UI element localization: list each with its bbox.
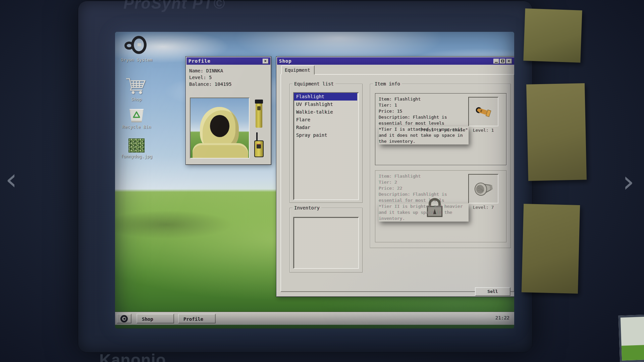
desktop-icon-label: Shop — [117, 97, 156, 102]
offer-description: Description: Flashlight is essential for… — [379, 191, 469, 203]
sell-button[interactable]: Sell — [475, 287, 511, 296]
profile-level: Level: 5 — [186, 74, 271, 81]
offer-item-icon-box — [468, 174, 498, 203]
oryon-start-icon — [120, 315, 128, 322]
equipped-flashlight-icon — [256, 101, 262, 128]
profile-close-button[interactable]: × — [263, 59, 268, 64]
offer-tier: Tier: 2 — [379, 179, 469, 185]
equipment-list-item[interactable]: Radar — [294, 124, 357, 131]
flashlight-tier2-icon — [472, 177, 495, 200]
sticky-note — [522, 204, 580, 294]
offer-price: Price: 22 — [379, 185, 469, 191]
avatar-shoulders — [193, 143, 248, 159]
offer-item: Item: Flashlight — [379, 173, 469, 179]
equipment-list-group: Equipment list Flashlight UV Flashlight … — [289, 84, 363, 203]
image-thumbnail-icon — [128, 138, 145, 153]
profile-window-title: Profile — [189, 58, 211, 64]
gallery-next-arrow[interactable]: › — [623, 172, 634, 192]
desktop-icon-funnydog[interactable]: funnydog.jpg — [117, 138, 156, 159]
taskbar: Shop Profile 21:22 — [115, 312, 514, 325]
shop-window: Shop × Equipment Equipment list Flashlig… — [276, 56, 514, 297]
shop-content-panel: Equipment list Flashlight UV Flashlight … — [280, 74, 514, 292]
offer-note: *Tier II is brighter and heavier and it … — [379, 203, 469, 222]
equipment-list-item[interactable]: UV Flashlight — [294, 101, 357, 108]
shop-close-button[interactable]: × — [506, 59, 512, 64]
offer-tier: Tier: 1 — [379, 102, 469, 108]
offer-level-requirement: Level: 1 — [468, 128, 498, 133]
equipped-walkie-talkie-icon — [254, 132, 264, 158]
desktop-icon-shop[interactable]: Shop — [117, 76, 156, 102]
tab-equipment[interactable]: Equipment — [281, 65, 315, 75]
start-button[interactable] — [117, 314, 131, 323]
equipment-list-item[interactable]: Flashlight — [294, 93, 357, 101]
desktop-icon-recycle-bin[interactable]: Recycle Bin — [117, 108, 156, 129]
page-title-kanonio: Kanonio — [99, 351, 166, 362]
profile-window: Profile × Name: DINNKA Level: 5 Balance:… — [185, 56, 271, 165]
offer-item: Item: Flashlight — [379, 96, 469, 102]
offer-tier2-panel: Item: Flashlight Tier: 2 Price: 22 Descr… — [375, 170, 506, 242]
sticky-note — [526, 83, 587, 181]
offer-price: Price: 15 — [379, 108, 469, 114]
desktop-icon-label: funnydog.jpg — [117, 154, 156, 159]
offer-description: Description: Flashlight is essential for… — [379, 114, 469, 126]
flashlight-tier1-icon — [472, 101, 494, 123]
monitor-brand-text: ProSynt PT© — [123, 0, 225, 12]
taskbar-clock: 21:22 — [476, 315, 509, 320]
equipment-list-label: Equipment list — [292, 81, 335, 86]
oryon-system-icon — [124, 36, 149, 56]
profile-name: Name: DINNKA — [186, 67, 271, 74]
offer-item-icon-box — [468, 97, 498, 126]
avatar-face — [210, 115, 229, 137]
inventory-listbox[interactable] — [293, 217, 359, 269]
inventory-group: Inventory — [289, 208, 363, 273]
inventory-label: Inventory — [292, 205, 321, 210]
taskbar-task-shop[interactable]: Shop — [137, 314, 174, 323]
desktop-icon-oryon-system[interactable]: Oryon System — [117, 36, 156, 62]
desktop-icon-label: Recycle Bin — [117, 124, 156, 129]
desktop-icon-label: Oryon System — [117, 57, 156, 62]
second-monitor-screen — [622, 345, 644, 361]
item-info-label: Item info — [373, 81, 402, 86]
offer-note: *Tier I is attached to your suit and it … — [379, 126, 469, 144]
shop-maximize-button[interactable] — [500, 59, 505, 64]
profile-balance: Balance: 104195 — [186, 81, 271, 87]
equipment-list-item[interactable]: Spray paint — [294, 131, 357, 139]
sticky-note — [523, 8, 582, 63]
equipment-listbox[interactable]: Flashlight UV Flashlight Walkie-talkie F… — [293, 92, 359, 200]
shopping-cart-icon — [125, 76, 148, 96]
shop-minimize-button[interactable] — [493, 59, 499, 64]
recycle-bin-icon — [128, 108, 145, 123]
item-info-group: Item info Item: Flashlight Tier: 1 Price… — [370, 84, 511, 248]
shop-window-title: Shop — [279, 58, 292, 64]
gallery-prev-arrow[interactable]: ‹ — [5, 169, 17, 189]
second-monitor-partial — [619, 314, 644, 362]
shop-titlebar[interactable]: Shop × — [277, 57, 514, 65]
crt-screen: Oryon System Shop Recycle Bin funnydog.j… — [115, 32, 514, 328]
equipment-list-item[interactable]: Flare — [294, 116, 357, 124]
profile-equipment-strip — [253, 99, 270, 159]
taskbar-task-profile[interactable]: Profile — [178, 314, 216, 323]
profile-titlebar[interactable]: Profile × — [186, 57, 270, 65]
offer-tier1-panel[interactable]: Item: Flashlight Tier: 1 Price: 15 Descr… — [375, 93, 506, 165]
offer-level-requirement: Level: 7 — [468, 205, 498, 210]
equipment-list-item[interactable]: Walkie-talkie — [294, 108, 357, 116]
profile-avatar-photo — [190, 98, 250, 159]
